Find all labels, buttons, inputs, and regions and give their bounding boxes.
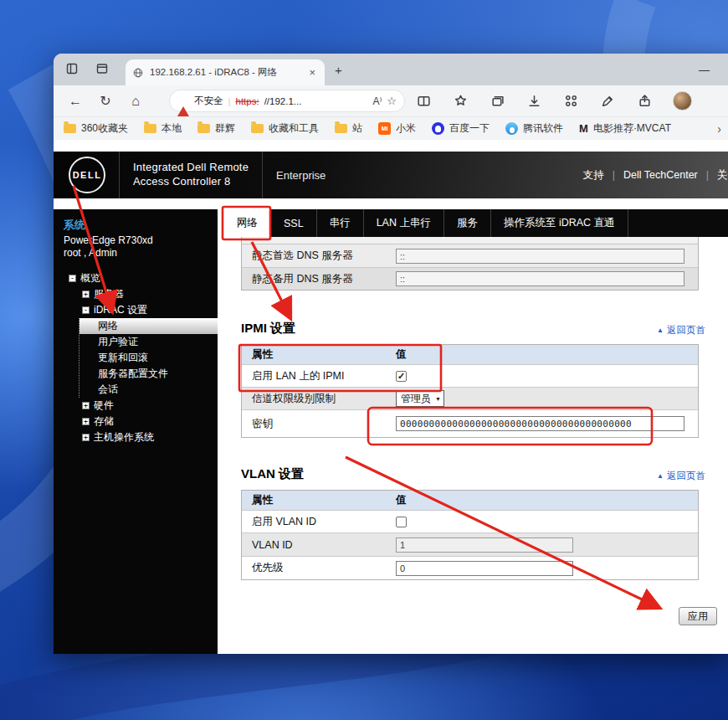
back-to-top-label: 返回页首: [667, 470, 705, 482]
split-screen-icon[interactable]: [415, 93, 432, 110]
read-aloud-icon[interactable]: A⁾: [372, 95, 382, 107]
home-button[interactable]: ⌂: [127, 94, 144, 109]
xiaomi-icon: MI: [378, 122, 391, 135]
profile-avatar[interactable]: [673, 91, 692, 111]
table-header-row: 属性 值: [242, 345, 698, 364]
address-bar[interactable]: ! 不安全 | https: //192.1... A⁾ ☆: [169, 90, 405, 112]
bookmark-mvcat[interactable]: M电影推荐·MVCAT: [579, 121, 671, 136]
expand-icon[interactable]: +: [82, 402, 90, 409]
bookmark-baidu[interactable]: 百度一下: [432, 121, 490, 136]
workspaces-glyph: [65, 62, 79, 75]
tree-label: 服务器配置文件: [98, 367, 168, 381]
bookmark-label: 群辉: [215, 121, 235, 136]
download-icon[interactable]: [525, 93, 542, 110]
tab-actions-icon[interactable]: [95, 62, 110, 77]
tab-serial[interactable]: 串行: [317, 209, 364, 237]
page-tabs: 网络 SSL 串行 LAN 上串行 服务 操作系统至 iDRAC 直通: [224, 209, 728, 237]
apply-button[interactable]: 应用: [679, 607, 717, 625]
static-alternate-dns-input[interactable]: [396, 271, 684, 286]
sidebar-item-storage[interactable]: + 存储: [54, 414, 218, 429]
bookmark-label: 小米: [396, 121, 416, 136]
vlan-priority-input[interactable]: [396, 561, 573, 576]
security-warning-icon[interactable]: !: [177, 96, 189, 106]
back-to-top-link[interactable]: ▲ 返回页首: [657, 324, 705, 337]
sidebar-item-sessions[interactable]: 会话: [79, 382, 218, 398]
browser-tab[interactable]: 192.168.2.61 - iDRAC8 - 网络 ×: [126, 59, 325, 85]
favorite-star-icon[interactable]: ☆: [387, 95, 397, 107]
row-value: [392, 514, 698, 530]
clipped-row: [242, 237, 698, 244]
encryption-key-input[interactable]: [396, 416, 684, 431]
sidebar-item-network[interactable]: 网络: [79, 318, 218, 334]
sidebar-item-server-profile[interactable]: 服务器配置文件: [79, 366, 218, 382]
expand-icon[interactable]: +: [82, 418, 90, 425]
bookmark-folder-site[interactable]: 站: [335, 121, 362, 136]
expand-icon[interactable]: +: [82, 291, 90, 298]
header-divider: [262, 152, 263, 198]
bookmark-folder-synology[interactable]: 群辉: [197, 121, 235, 136]
static-preferred-dns-input[interactable]: [396, 249, 684, 264]
back-to-top-link[interactable]: ▲ 返回页首: [657, 470, 705, 482]
extensions-icon[interactable]: [562, 93, 579, 110]
browser-toolbar: ← ↻ ⌂ ! 不安全 | https: //192.1... A⁾ ☆: [54, 85, 728, 116]
new-tab-button[interactable]: +: [335, 63, 342, 77]
url-text: //192.1...: [264, 96, 368, 106]
workspaces-icon[interactable]: [65, 62, 80, 77]
collections-icon[interactable]: [489, 93, 505, 110]
back-button[interactable]: ←: [67, 94, 84, 109]
share-glyph: [638, 94, 652, 108]
sidebar-item-update-rollback[interactable]: 更新和回滚: [79, 350, 218, 366]
collapse-icon[interactable]: -: [69, 275, 76, 282]
sidebar-item-host-os[interactable]: + 主机操作系统: [54, 429, 218, 445]
tab-close-icon[interactable]: ×: [306, 66, 318, 79]
extensions-glyph: [564, 94, 578, 108]
table-row: 启用 LAN 上的 IPMI ✓: [242, 364, 698, 387]
header-gap: [54, 198, 728, 209]
bookmark-label: 电影推荐·MVCAT: [593, 121, 671, 136]
vlan-enable-checkbox[interactable]: [396, 517, 407, 527]
sidebar-item-hardware[interactable]: + 硬件: [54, 398, 218, 414]
ipmi-over-lan-checkbox[interactable]: ✓: [396, 371, 407, 382]
bookmark-xiaomi[interactable]: MI小米: [378, 121, 416, 136]
tree-label: 用户验证: [98, 335, 138, 349]
tab-network[interactable]: 网络: [224, 209, 271, 237]
refresh-button[interactable]: ↻: [97, 93, 114, 109]
tab-ssl[interactable]: SSL: [271, 209, 317, 237]
row-value: [392, 269, 698, 289]
bookmark-folder-360[interactable]: 360收藏夹: [64, 121, 128, 136]
expand-icon[interactable]: +: [82, 434, 90, 441]
back-to-top-label: 返回页首: [667, 324, 705, 337]
window-minimize-button[interactable]: —: [699, 64, 710, 76]
tab-services[interactable]: 服务: [444, 209, 491, 237]
favorites-hub-icon[interactable]: [452, 93, 469, 110]
folder-icon: [197, 124, 210, 133]
share-icon[interactable]: [636, 93, 653, 110]
bookmark-folder-tools[interactable]: 收藏和工具: [251, 121, 319, 136]
link-separator: |: [706, 169, 709, 181]
bookmark-folder-local[interactable]: 本地: [144, 121, 182, 136]
sidebar-item-idrac-settings[interactable]: - iDRAC 设置: [54, 302, 218, 318]
collapse-icon[interactable]: -: [82, 306, 90, 314]
sidebar-item-user-auth[interactable]: 用户验证: [79, 334, 218, 350]
download-glyph: [527, 94, 541, 108]
idrac-title-line1: Integrated Dell Remote: [133, 161, 249, 175]
tree-label: 硬件: [94, 399, 114, 413]
techcenter-link[interactable]: Dell TechCenter: [623, 169, 698, 181]
folder-icon: [64, 124, 76, 133]
vlan-id-input[interactable]: [396, 537, 573, 553]
channel-privilege-select[interactable]: 管理员 ▼: [396, 390, 444, 407]
sidebar-item-server[interactable]: + 服务器: [54, 286, 218, 302]
main-area: 网络 SSL 串行 LAN 上串行 服务 操作系统至 iDRAC 直通 静态首选…: [218, 209, 728, 654]
tab-serial-over-lan[interactable]: LAN 上串行: [364, 209, 444, 237]
sidebar: 系统 PowerEdge R730xd root , Admin - 概览 + …: [54, 209, 218, 654]
bookmarks-overflow-chevron[interactable]: ›: [717, 122, 721, 136]
vlan-table: 属性 值 启用 VLAN ID VLAN ID: [241, 490, 699, 580]
web-capture-icon[interactable]: [599, 93, 616, 110]
about-link[interactable]: 关于: [717, 168, 728, 183]
tab-os-passthrough[interactable]: 操作系统至 iDRAC 直通: [491, 209, 628, 237]
sidebar-item-overview[interactable]: - 概览: [54, 270, 218, 286]
bookmark-tencent[interactable]: 腾讯软件: [505, 121, 563, 136]
browser-window: 192.168.2.61 - iDRAC8 - 网络 × + — ← ↻ ⌂ !…: [54, 54, 728, 654]
idrac-settings-children: 网络 用户验证 更新和回滚 服务器配置文件 会话: [79, 318, 218, 398]
support-link[interactable]: 支持: [583, 168, 604, 183]
